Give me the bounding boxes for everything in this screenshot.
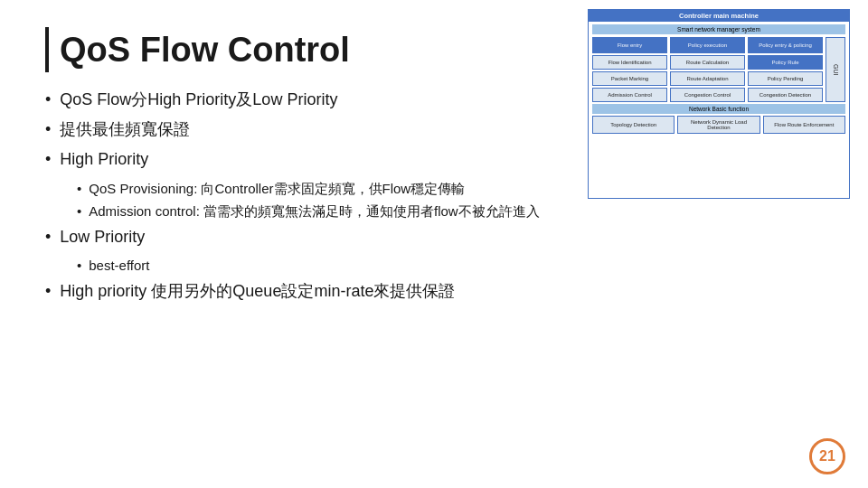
slide: QoS Flow Control Controller main machine… [0,0,868,488]
diagram-cell: Route Calculation [670,55,745,70]
sub-bullet-item-2: • Admission control: 當需求的頻寬無法滿足時，通知使用者fl… [77,202,823,221]
diagram-network-bar: Network Basic function [592,104,845,114]
bullet-item-5: • High priority 使用另外的Queue設定min-rate來提供保… [45,280,823,303]
diagram-smart-title: Smart network manager system [592,24,845,34]
diagram-col2-header: Policy execution [670,37,745,53]
bullet-text-1: QoS Flow分High Priority及Low Priority [60,89,337,111]
bullet-item-4: • Low Priority [45,226,823,249]
sub-bullets-low-priority: • best-effort [77,256,823,275]
sub-bullet-dot-3: • [77,256,81,275]
sub-bullet-text-3: best-effort [89,256,149,275]
diagram-cell: Packet Marking [592,71,667,86]
bullet-text-5: High priority 使用另外的Queue設定min-rate來提供保證 [60,280,455,303]
page-number: 21 [809,438,845,474]
diagram-bottom-row: Topology Detection Network Dynamic Load … [592,116,845,134]
sub-bullet-item-3: • best-effort [77,256,823,275]
diagram-bottom-cell: Network Dynamic Load Detection [677,116,760,134]
diagram-cell: Policy Pending [748,71,823,86]
page-title: QoS Flow Control [60,31,350,70]
sub-bullet-dot-1: • [77,179,81,198]
bullet-text-4: Low Priority [60,226,145,249]
title-bar [45,27,49,72]
bullet-dot-1: • [45,89,51,111]
diagram-cell: Congestion Detection [748,88,823,102]
sub-bullet-dot-2: • [77,202,81,221]
bullet-dot-2: • [45,118,51,141]
diagram-cell: Flow Identification [592,55,667,70]
sub-bullet-text-2: Admission control: 當需求的頻寬無法滿足時，通知使用者flow… [89,202,539,221]
bullet-dot-5: • [45,280,51,303]
sub-bullet-text-1: QoS Provisioning: 向Controller需求固定頻寬，供Flo… [89,179,465,198]
diagram-gui-label: GUI [826,37,845,102]
diagram-cell: Congestion Control [670,88,745,102]
diagram-cell: Admission Control [592,88,667,102]
diagram-cell: Policy Rule [748,55,823,70]
diagram-cell: Route Adaptation [670,71,745,86]
diagram-main-title: Controller main machine [589,10,849,22]
diagram-bottom-cell: Topology Detection [592,116,675,134]
bullet-text-2: 提供最佳頻寬保證 [60,118,190,141]
diagram: Controller main machine Smart network ma… [588,9,850,199]
diagram-col1-header: Flow entry [592,37,667,53]
diagram-col3-header: Policy entry & policing [748,37,823,53]
bullet-dot-4: • [45,226,51,249]
bullet-text-3: High Priority [60,148,148,171]
bullet-dot-3: • [45,148,51,171]
diagram-bottom-cell: Flow Route Enforcement [763,116,845,134]
diagram-inner: Smart network manager system Flow entry … [589,22,849,195]
